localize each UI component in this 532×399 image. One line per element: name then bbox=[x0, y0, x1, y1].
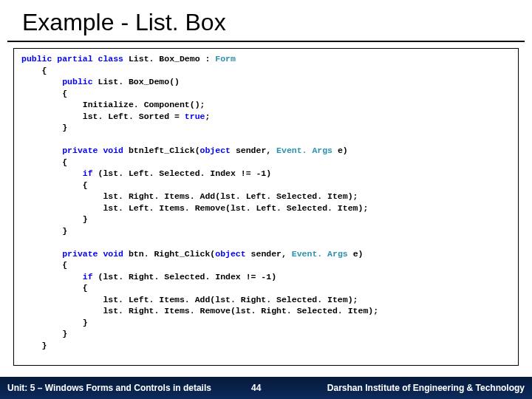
kw-true: true bbox=[185, 112, 205, 121]
brace9: { bbox=[21, 283, 88, 293]
colon: : bbox=[205, 54, 210, 64]
brace7: } bbox=[21, 226, 67, 236]
ea2: Event. Args bbox=[292, 249, 348, 259]
kw-if2: if bbox=[21, 272, 93, 282]
brace4: { bbox=[21, 157, 67, 167]
sender2: sender, bbox=[251, 249, 292, 259]
init-call: Initialize. Component(); bbox=[21, 100, 205, 109]
slide-footer: Unit: 5 – Windows Forms and Controls in … bbox=[0, 377, 532, 399]
brace12: } bbox=[21, 341, 47, 350]
add2: lst. Left. Items. Add(lst. Right. Select… bbox=[21, 295, 358, 304]
slide-title: Example - List. Box bbox=[7, 0, 525, 42]
code-block: public partial class List. Box_Demo : Fo… bbox=[13, 48, 519, 366]
semi: ; bbox=[205, 112, 210, 121]
base-class: Form bbox=[215, 54, 236, 64]
kw-public2: public bbox=[21, 77, 93, 86]
brace5: { bbox=[21, 180, 88, 190]
add1: lst. Right. Items. Add(lst. Left. Select… bbox=[21, 191, 358, 201]
rem2: lst. Right. Items. Remove(lst. Right. Se… bbox=[21, 306, 378, 316]
kw-public: public partial class bbox=[21, 54, 123, 64]
class-name: List. Box_Demo bbox=[129, 54, 200, 64]
fn-left: btnleft_Click( bbox=[129, 146, 200, 155]
rem1: lst. Left. Items. Remove(lst. Left. Sele… bbox=[21, 203, 368, 213]
cond2: (lst. Right. Selected. Index != -1) bbox=[98, 272, 277, 282]
brace3: } bbox=[21, 123, 67, 132]
footer-page: 44 bbox=[251, 383, 310, 393]
brace6: } bbox=[21, 214, 88, 224]
kw-priv2: private void bbox=[21, 249, 123, 259]
brace8: { bbox=[21, 260, 67, 270]
sender1: sender, bbox=[236, 146, 276, 155]
kw-priv1: private void bbox=[21, 146, 123, 155]
footer-institute: Darshan Institute of Engineering & Techn… bbox=[310, 383, 532, 393]
ea1: Event. Args bbox=[276, 146, 332, 155]
brace11: } bbox=[21, 329, 67, 338]
brace2: { bbox=[21, 89, 67, 98]
kw-obj2: object bbox=[215, 249, 245, 259]
kw-if1: if bbox=[21, 168, 93, 178]
kw-obj1: object bbox=[200, 146, 231, 155]
fn-right: btn. Right_Click( bbox=[129, 249, 215, 259]
brace: { bbox=[21, 66, 47, 75]
sort-assign: lst. Left. Sorted = bbox=[21, 112, 185, 121]
e1: e) bbox=[332, 146, 348, 155]
brace10: } bbox=[21, 318, 88, 327]
footer-unit: Unit: 5 – Windows Forms and Controls in … bbox=[0, 383, 251, 393]
e2: e) bbox=[348, 249, 364, 259]
ctor: List. Box_Demo() bbox=[98, 77, 180, 86]
cond1: (lst. Left. Selected. Index != -1) bbox=[98, 168, 272, 178]
